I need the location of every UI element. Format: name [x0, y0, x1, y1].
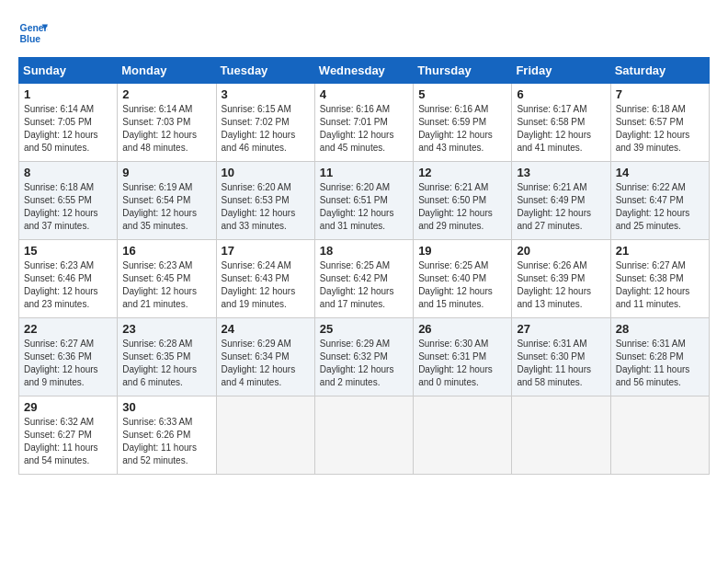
day-info: Sunrise: 6:14 AMSunset: 7:03 PMDaylight:… [122, 104, 197, 153]
svg-text:Blue: Blue [20, 34, 41, 44]
logo: General Blue [18, 18, 48, 48]
calendar-day-cell: 15 Sunrise: 6:23 AMSunset: 6:46 PMDaylig… [19, 240, 118, 318]
calendar-day-cell [512, 396, 610, 475]
weekday-header: Friday [512, 58, 610, 84]
calendar-day-cell: 4 Sunrise: 6:16 AMSunset: 7:01 PMDayligh… [314, 84, 413, 162]
day-number: 18 [320, 244, 408, 258]
calendar-day-cell: 26 Sunrise: 6:30 AMSunset: 6:31 PMDaylig… [414, 318, 512, 396]
calendar-day-cell: 17 Sunrise: 6:24 AMSunset: 6:43 PMDaylig… [216, 240, 314, 318]
calendar-day-cell: 9 Sunrise: 6:19 AMSunset: 6:54 PMDayligh… [118, 162, 216, 240]
day-number: 2 [122, 87, 210, 101]
day-number: 14 [616, 166, 704, 179]
calendar-day-cell: 3 Sunrise: 6:15 AMSunset: 7:02 PMDayligh… [216, 84, 314, 162]
day-number: 16 [122, 244, 210, 258]
calendar-day-cell: 14 Sunrise: 6:22 AMSunset: 6:47 PMDaylig… [610, 162, 709, 240]
day-info: Sunrise: 6:15 AMSunset: 7:02 PMDaylight:… [222, 104, 296, 153]
calendar-week-row: 1 Sunrise: 6:14 AMSunset: 7:05 PMDayligh… [19, 84, 710, 162]
calendar-day-cell: 7 Sunrise: 6:18 AMSunset: 6:57 PMDayligh… [610, 84, 709, 162]
day-info: Sunrise: 6:25 AMSunset: 6:42 PMDaylight:… [320, 260, 394, 309]
day-info: Sunrise: 6:32 AMSunset: 6:27 PMDaylight:… [24, 417, 98, 465]
day-info: Sunrise: 6:27 AMSunset: 6:36 PMDaylight:… [24, 339, 98, 387]
day-info: Sunrise: 6:16 AMSunset: 7:01 PMDaylight:… [320, 104, 394, 153]
day-number: 6 [517, 87, 605, 101]
calendar-day-cell: 21 Sunrise: 6:27 AMSunset: 6:38 PMDaylig… [610, 240, 709, 318]
day-info: Sunrise: 6:23 AMSunset: 6:46 PMDaylight:… [24, 260, 98, 309]
weekday-header: Monday [118, 58, 216, 84]
calendar-day-cell: 13 Sunrise: 6:21 AMSunset: 6:49 PMDaylig… [512, 162, 610, 240]
day-number: 19 [418, 244, 506, 258]
calendar-day-cell: 25 Sunrise: 6:29 AMSunset: 6:32 PMDaylig… [314, 318, 413, 396]
calendar-header-row: SundayMondayTuesdayWednesdayThursdayFrid… [19, 58, 710, 84]
day-number: 9 [122, 166, 210, 179]
day-info: Sunrise: 6:21 AMSunset: 6:50 PMDaylight:… [418, 182, 493, 231]
weekday-header: Saturday [610, 58, 709, 84]
day-info: Sunrise: 6:20 AMSunset: 6:51 PMDaylight:… [320, 182, 394, 231]
calendar-day-cell: 24 Sunrise: 6:29 AMSunset: 6:34 PMDaylig… [216, 318, 314, 396]
calendar-table: SundayMondayTuesdayWednesdayThursdayFrid… [18, 57, 710, 475]
day-info: Sunrise: 6:17 AMSunset: 6:58 PMDaylight:… [517, 104, 591, 153]
calendar-day-cell: 30 Sunrise: 6:33 AMSunset: 6:26 PMDaylig… [118, 396, 216, 475]
calendar-day-cell: 10 Sunrise: 6:20 AMSunset: 6:53 PMDaylig… [216, 162, 314, 240]
day-info: Sunrise: 6:31 AMSunset: 6:28 PMDaylight:… [616, 339, 690, 387]
day-number: 29 [24, 400, 112, 414]
day-number: 1 [24, 87, 112, 101]
calendar-week-row: 29 Sunrise: 6:32 AMSunset: 6:27 PMDaylig… [19, 396, 710, 475]
day-number: 20 [517, 244, 605, 258]
day-number: 28 [616, 322, 704, 336]
day-info: Sunrise: 6:18 AMSunset: 6:57 PMDaylight:… [616, 104, 690, 153]
calendar-day-cell: 23 Sunrise: 6:28 AMSunset: 6:35 PMDaylig… [118, 318, 216, 396]
day-info: Sunrise: 6:22 AMSunset: 6:47 PMDaylight:… [616, 182, 690, 231]
day-number: 23 [122, 322, 210, 336]
calendar-day-cell [414, 396, 512, 475]
weekday-header: Tuesday [216, 58, 314, 84]
calendar-day-cell: 29 Sunrise: 6:32 AMSunset: 6:27 PMDaylig… [19, 396, 118, 475]
day-info: Sunrise: 6:24 AMSunset: 6:43 PMDaylight:… [222, 260, 296, 309]
calendar-day-cell: 1 Sunrise: 6:14 AMSunset: 7:05 PMDayligh… [19, 84, 118, 162]
logo-icon: General Blue [18, 18, 48, 48]
day-number: 11 [320, 166, 408, 179]
day-number: 30 [122, 400, 210, 414]
calendar-day-cell [314, 396, 413, 475]
calendar-week-row: 22 Sunrise: 6:27 AMSunset: 6:36 PMDaylig… [19, 318, 710, 396]
day-number: 27 [517, 322, 605, 336]
calendar-day-cell [216, 396, 314, 475]
calendar-day-cell: 22 Sunrise: 6:27 AMSunset: 6:36 PMDaylig… [19, 318, 118, 396]
weekday-header: Thursday [414, 58, 512, 84]
day-number: 15 [24, 244, 112, 258]
day-info: Sunrise: 6:18 AMSunset: 6:55 PMDaylight:… [24, 182, 98, 231]
day-info: Sunrise: 6:29 AMSunset: 6:34 PMDaylight:… [222, 339, 296, 387]
day-info: Sunrise: 6:19 AMSunset: 6:54 PMDaylight:… [122, 182, 197, 231]
day-info: Sunrise: 6:27 AMSunset: 6:38 PMDaylight:… [616, 260, 690, 309]
calendar-day-cell: 28 Sunrise: 6:31 AMSunset: 6:28 PMDaylig… [610, 318, 709, 396]
day-info: Sunrise: 6:20 AMSunset: 6:53 PMDaylight:… [222, 182, 296, 231]
day-number: 7 [616, 87, 704, 101]
day-number: 4 [320, 87, 408, 101]
day-number: 26 [418, 322, 506, 336]
calendar-day-cell: 11 Sunrise: 6:20 AMSunset: 6:51 PMDaylig… [314, 162, 413, 240]
weekday-header: Sunday [19, 58, 118, 84]
day-number: 17 [222, 244, 310, 258]
day-number: 21 [616, 244, 704, 258]
calendar-day-cell: 20 Sunrise: 6:26 AMSunset: 6:39 PMDaylig… [512, 240, 610, 318]
day-number: 13 [517, 166, 605, 179]
day-number: 22 [24, 322, 112, 336]
day-info: Sunrise: 6:33 AMSunset: 6:26 PMDaylight:… [122, 417, 197, 465]
calendar-day-cell: 5 Sunrise: 6:16 AMSunset: 6:59 PMDayligh… [414, 84, 512, 162]
day-number: 12 [418, 166, 506, 179]
day-info: Sunrise: 6:31 AMSunset: 6:30 PMDaylight:… [517, 339, 591, 387]
calendar-day-cell: 12 Sunrise: 6:21 AMSunset: 6:50 PMDaylig… [414, 162, 512, 240]
calendar-day-cell: 2 Sunrise: 6:14 AMSunset: 7:03 PMDayligh… [118, 84, 216, 162]
weekday-header: Wednesday [314, 58, 413, 84]
calendar-week-row: 15 Sunrise: 6:23 AMSunset: 6:46 PMDaylig… [19, 240, 710, 318]
day-info: Sunrise: 6:16 AMSunset: 6:59 PMDaylight:… [418, 104, 493, 153]
day-number: 3 [222, 87, 310, 101]
day-info: Sunrise: 6:23 AMSunset: 6:45 PMDaylight:… [122, 260, 197, 309]
day-info: Sunrise: 6:29 AMSunset: 6:32 PMDaylight:… [320, 339, 394, 387]
day-info: Sunrise: 6:28 AMSunset: 6:35 PMDaylight:… [122, 339, 197, 387]
day-number: 10 [222, 166, 310, 179]
calendar-day-cell: 8 Sunrise: 6:18 AMSunset: 6:55 PMDayligh… [19, 162, 118, 240]
calendar-day-cell [610, 396, 709, 475]
day-info: Sunrise: 6:30 AMSunset: 6:31 PMDaylight:… [418, 339, 493, 387]
day-number: 5 [418, 87, 506, 101]
calendar-day-cell: 16 Sunrise: 6:23 AMSunset: 6:45 PMDaylig… [118, 240, 216, 318]
